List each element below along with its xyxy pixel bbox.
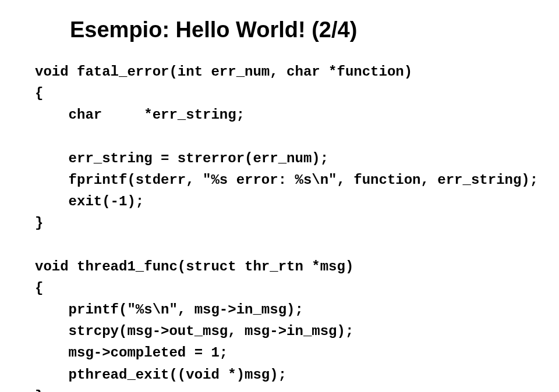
code-block: void fatal_error(int err_num, char *func… <box>35 61 524 392</box>
code-line: strcpy(msg->out_msg, msg->in_msg); <box>35 323 353 339</box>
code-line: pthread_exit((void *)msg); <box>35 367 286 383</box>
code-line: void thread1_func(struct thr_rtn *msg) <box>35 259 353 275</box>
code-line: } <box>35 215 43 231</box>
code-line: exit(-1); <box>35 194 144 209</box>
code-line: { <box>35 85 43 101</box>
code-line: { <box>35 280 43 296</box>
page-title: Esempio: Hello World! (2/4) <box>70 17 524 42</box>
code-line: char *err_string; <box>35 107 245 123</box>
code-line: err_string = strerror(err_num); <box>35 151 328 166</box>
code-line: msg->completed = 1; <box>35 345 228 361</box>
code-line: fprintf(stderr, "%s error: %s\n", functi… <box>35 172 538 188</box>
code-line: printf("%s\n", msg->in_msg); <box>35 302 303 318</box>
code-line: void fatal_error(int err_num, char *func… <box>35 64 412 80</box>
code-line: } <box>35 389 43 392</box>
